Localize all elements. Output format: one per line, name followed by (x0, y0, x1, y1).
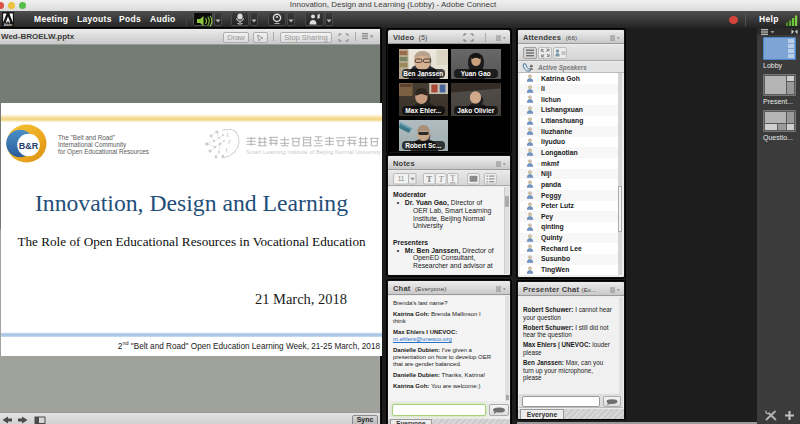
svg-text:11: 11 (398, 175, 405, 182)
svg-text:Adobe: Adobe (4, 23, 13, 27)
svg-text:B&R: B&R (19, 141, 39, 151)
svg-text:T: T (426, 174, 432, 184)
svg-text:T: T (450, 174, 455, 183)
